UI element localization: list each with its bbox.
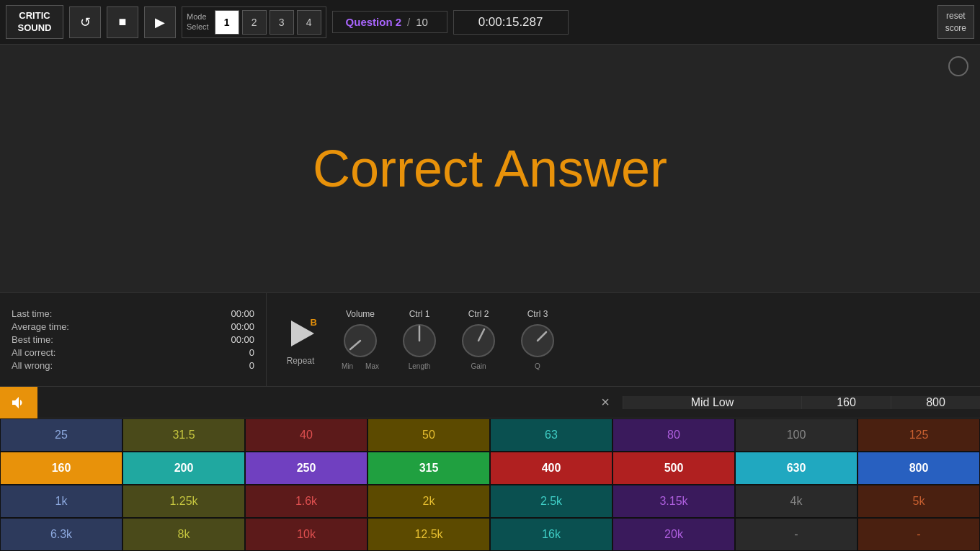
freq-cell-2-6[interactable]: 4k <box>735 485 858 518</box>
stat-best-time: Best time: 00:00 <box>12 334 254 345</box>
question-divider: / <box>407 16 410 28</box>
freq-cell-2-7[interactable]: 5k <box>858 485 980 518</box>
ctrl3-knob-section: Ctrl 3 Q <box>519 309 556 370</box>
question-label: Question 2 <box>346 16 402 28</box>
stat-all-correct: All correct: 0 <box>12 347 254 358</box>
ctrl3-title: Ctrl 3 <box>527 309 548 319</box>
mode-btn-2[interactable]: 2 <box>242 10 267 35</box>
freq-row-2: 1k1.25k1.6k2k2.5k3.15k4k5k <box>0 485 980 518</box>
freq-cell-1-4[interactable]: 400 <box>490 452 612 485</box>
freq-row-0: 2531.540506380100125 <box>0 418 980 452</box>
volume-knob[interactable] <box>342 322 379 359</box>
reset-button[interactable]: ↺ <box>69 6 101 38</box>
ctrl2-knob[interactable] <box>460 322 497 359</box>
freq-cell-3-7[interactable]: - <box>858 518 980 551</box>
ctrl1-knob[interactable] <box>401 322 438 359</box>
freq-cell-2-2[interactable]: 1.6k <box>245 485 368 518</box>
volume-title: Volume <box>346 309 375 319</box>
mode-btn-4[interactable]: 4 <box>297 10 321 35</box>
freq-cell-2-4[interactable]: 2.5k <box>490 485 612 518</box>
correct-answer-text: Correct Answer <box>313 139 667 198</box>
volume-labels: Min Max <box>342 362 379 370</box>
repeat-label: Repeat <box>287 356 315 366</box>
stats-controls-row: Last time: 00:00 Average time: 00:00 Bes… <box>0 292 980 386</box>
freq-header: × Mid Low 160 800 <box>0 387 980 418</box>
freq-cell-3-3[interactable]: 12.5k <box>368 518 490 551</box>
b-badge: B <box>311 317 317 328</box>
band-label: Mid Low <box>623 396 801 409</box>
freq-cell-0-4[interactable]: 63 <box>490 418 612 452</box>
stats-panel: Last time: 00:00 Average time: 00:00 Bes… <box>0 293 267 386</box>
freq-cell-2-3[interactable]: 2k <box>368 485 490 518</box>
freq-value-1: 160 <box>801 396 891 409</box>
mode-btn-1[interactable]: 1 <box>215 10 239 35</box>
volume-knob-section: Volume Min Max <box>342 309 379 370</box>
circle-indicator <box>948 56 968 76</box>
freq-row-1: 160200250315400500630800 <box>0 452 980 485</box>
freq-cell-3-6[interactable]: - <box>735 518 858 551</box>
freq-cell-1-1[interactable]: 200 <box>122 452 245 485</box>
question-total: 10 <box>416 16 428 28</box>
close-button[interactable]: × <box>594 391 617 413</box>
freq-cell-3-4[interactable]: 16k <box>490 518 612 551</box>
stat-last-time: Last time: 00:00 <box>12 308 254 319</box>
freq-cell-1-2[interactable]: 250 <box>245 452 368 485</box>
freq-cell-0-7[interactable]: 125 <box>858 418 980 452</box>
stat-all-wrong: All wrong: 0 <box>12 360 254 371</box>
freq-cell-3-2[interactable]: 10k <box>245 518 368 551</box>
freq-cell-0-0[interactable]: 25 <box>0 418 122 452</box>
freq-cell-0-5[interactable]: 80 <box>612 418 735 452</box>
controls-panel: B Repeat Volume Min Max Ctrl 1 <box>267 293 980 386</box>
mode-select-label: ModeSelect <box>187 12 209 31</box>
freq-cell-1-0[interactable]: 160 <box>0 452 122 485</box>
freq-row-3: 6.3k8k10k12.5k16k20k-- <box>0 518 980 551</box>
main-display: Correct Answer <box>0 45 980 292</box>
question-display: Question 2 / 10 <box>332 11 447 33</box>
ctrl1-label: Length <box>409 362 431 370</box>
ctrl2-knob-section: Ctrl 2 Gain <box>460 309 497 370</box>
speaker-button[interactable] <box>0 387 37 418</box>
mode-btn-3[interactable]: 3 <box>270 10 294 35</box>
freq-cell-2-0[interactable]: 1k <box>0 485 122 518</box>
ctrl3-knob[interactable] <box>519 322 556 359</box>
play-repeat-button[interactable]: B <box>281 314 320 353</box>
reset-score-button[interactable]: reset score <box>937 5 974 40</box>
ctrl2-label: Gain <box>471 362 486 370</box>
freq-cell-3-5[interactable]: 20k <box>612 518 735 551</box>
freq-cell-1-3[interactable]: 315 <box>368 452 490 485</box>
freq-cell-3-0[interactable]: 6.3k <box>0 518 122 551</box>
freq-cell-3-1[interactable]: 8k <box>122 518 245 551</box>
freq-header-space: × <box>37 391 623 413</box>
freq-cell-1-6[interactable]: 630 <box>735 452 858 485</box>
freq-cell-1-7[interactable]: 800 <box>858 452 980 485</box>
freq-cell-0-1[interactable]: 31.5 <box>122 418 245 452</box>
freq-cell-2-5[interactable]: 3.15k <box>612 485 735 518</box>
repeat-section: B Repeat <box>281 314 320 366</box>
app-logo: CRITIC SOUND <box>6 5 63 40</box>
freq-cell-0-6[interactable]: 100 <box>735 418 858 452</box>
stat-avg-time: Average time: 00:00 <box>12 321 254 332</box>
play-button[interactable]: ▶ <box>144 6 176 38</box>
top-bar: CRITIC SOUND ↺ ■ ▶ ModeSelect 1 2 3 4 Qu… <box>0 0 980 45</box>
freq-rows: 2531.54050638010012516020025031540050063… <box>0 418 980 551</box>
freq-cell-1-5[interactable]: 500 <box>612 452 735 485</box>
mode-select-group: ModeSelect 1 2 3 4 <box>182 6 326 38</box>
freq-cell-2-1[interactable]: 1.25k <box>122 485 245 518</box>
stop-button[interactable]: ■ <box>107 6 138 38</box>
ctrl2-title: Ctrl 2 <box>468 309 489 319</box>
ctrl1-knob-section: Ctrl 1 Length <box>401 309 438 370</box>
timer-display: 0:00:15.287 <box>453 10 569 35</box>
freq-cell-0-3[interactable]: 50 <box>368 418 490 452</box>
freq-cell-0-2[interactable]: 40 <box>245 418 368 452</box>
ctrl1-title: Ctrl 1 <box>409 309 430 319</box>
ctrl3-label: Q <box>535 362 540 370</box>
freq-grid: × Mid Low 160 800 2531.54050638010012516… <box>0 386 980 551</box>
freq-value-2: 800 <box>891 396 980 409</box>
